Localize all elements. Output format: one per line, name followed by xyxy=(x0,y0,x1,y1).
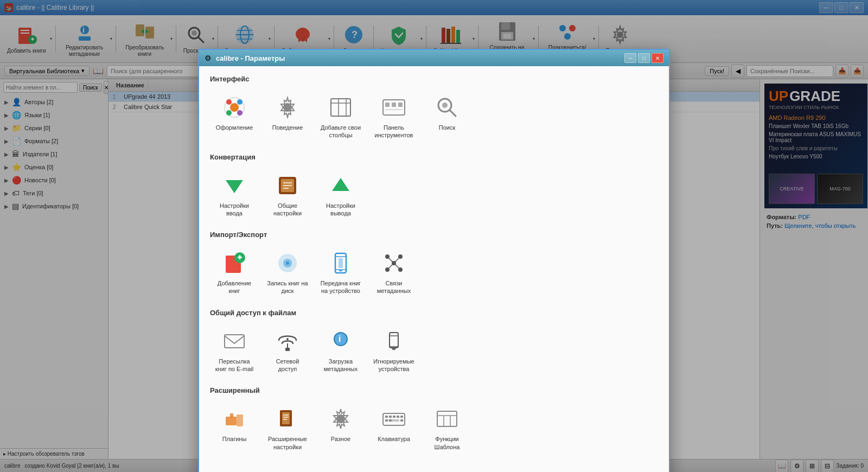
template-func-item[interactable]: Функции Шаблона xyxy=(423,401,471,456)
look-feel-label: Оформление xyxy=(216,124,253,131)
svg-line-82 xyxy=(394,263,400,270)
svg-rect-48 xyxy=(385,103,390,107)
send-device-item[interactable]: Передача книг на устройство xyxy=(316,245,365,300)
svg-rect-101 xyxy=(283,414,289,416)
svg-rect-43 xyxy=(331,99,350,116)
toolbar-item[interactable]: Панель инструментов xyxy=(369,90,418,144)
svg-rect-50 xyxy=(398,103,403,107)
look-feel-item[interactable]: Оформление xyxy=(210,90,259,144)
template-func-icon xyxy=(434,406,460,432)
section-advanced-title: Расширенный xyxy=(210,386,658,394)
svg-rect-106 xyxy=(385,416,388,418)
svg-rect-95 xyxy=(226,417,237,425)
look-feel-icon xyxy=(221,94,247,120)
svg-point-86 xyxy=(286,338,289,340)
output-opts-item[interactable]: Настройки вывода xyxy=(316,168,365,222)
svg-point-54 xyxy=(442,103,448,108)
add-books-set-item[interactable]: Добавление книг xyxy=(210,245,259,300)
modal-title-left: ⚙ calibre - Параметры xyxy=(205,54,285,62)
svg-point-39 xyxy=(237,99,242,105)
svg-rect-97 xyxy=(237,414,243,419)
svg-rect-108 xyxy=(393,416,395,418)
svg-rect-103 xyxy=(283,419,287,420)
adv-settings-item[interactable]: Расширенные настройки xyxy=(263,401,312,456)
metadata-links-item[interactable]: Связи метаданных xyxy=(369,245,418,300)
fetch-meta-icon: i xyxy=(328,328,354,354)
svg-rect-47 xyxy=(383,100,405,115)
svg-line-53 xyxy=(450,110,456,116)
modal-overlay: ⚙ calibre - Параметры ─ □ ✕ Интерфейс xyxy=(0,0,868,472)
svg-rect-107 xyxy=(389,416,392,418)
common-opts-item[interactable]: Общие настройки xyxy=(263,168,312,222)
svg-marker-55 xyxy=(226,180,243,193)
svg-rect-96 xyxy=(230,413,233,418)
keyboard-item[interactable]: Клавиатура xyxy=(369,401,418,456)
fetch-meta-item[interactable]: i Загрузка метаданных xyxy=(316,323,365,378)
section-conversion-title: Конвертация xyxy=(210,153,658,161)
svg-rect-102 xyxy=(283,417,289,418)
adv-settings-icon xyxy=(275,406,301,432)
ignored-item[interactable]: Игнорируемые устройства xyxy=(369,323,418,378)
plugins-label: Плагины xyxy=(222,435,247,443)
behavior-item[interactable]: Поведение xyxy=(263,90,312,144)
metadata-links-icon xyxy=(381,250,407,276)
svg-rect-110 xyxy=(400,416,403,418)
svg-rect-114 xyxy=(400,419,403,422)
svg-rect-98 xyxy=(237,419,243,426)
svg-line-79 xyxy=(387,257,394,263)
columns-item[interactable]: Добавьте свои столбцы xyxy=(316,90,365,144)
svg-marker-61 xyxy=(332,178,349,191)
svg-rect-60 xyxy=(283,188,289,189)
modal-minimize-button[interactable]: ─ xyxy=(624,53,636,63)
conversion-grid: Настройки ввода Общие настройки xyxy=(210,168,658,222)
plugins-item[interactable]: Плагины xyxy=(210,401,259,456)
svg-rect-59 xyxy=(283,185,292,186)
svg-line-80 xyxy=(394,257,400,263)
common-opts-icon xyxy=(275,173,301,199)
add-books-set-icon xyxy=(221,250,247,276)
network-icon-img xyxy=(275,328,301,354)
misc-item[interactable]: Разное xyxy=(316,401,365,456)
svg-rect-109 xyxy=(397,416,399,418)
fetch-meta-label: Загрузка метаданных xyxy=(319,358,362,373)
misc-label: Разное xyxy=(331,435,350,443)
output-opts-icon xyxy=(328,173,354,199)
modal-title-bar: ⚙ calibre - Параметры ─ □ ✕ xyxy=(199,50,669,66)
common-opts-label: Общие настройки xyxy=(266,202,309,218)
email-label-s: Пересылка книг по E-mail xyxy=(213,358,256,373)
svg-line-81 xyxy=(387,263,394,270)
modal-close-button[interactable]: ✕ xyxy=(652,53,663,63)
modal-maximize-button[interactable]: □ xyxy=(638,53,650,63)
send-device-label: Передача книг на устройство xyxy=(319,279,362,295)
behavior-label: Поведение xyxy=(272,124,303,131)
save-to-disk-icon xyxy=(275,250,301,276)
svg-rect-90 xyxy=(390,333,398,348)
network-item[interactable]: Сетевой доступ xyxy=(263,323,312,378)
misc-icon xyxy=(328,406,354,432)
modal-body: Интерфейс Оформление xyxy=(199,66,669,472)
modal-app-icon: ⚙ xyxy=(205,54,212,62)
search-item[interactable]: Поиск xyxy=(423,90,471,144)
preferences-modal: ⚙ calibre - Параметры ─ □ ✕ Интерфейс xyxy=(198,49,670,472)
behavior-icon xyxy=(275,94,301,120)
email-item[interactable]: Пересылка книг по E-mail xyxy=(210,323,259,378)
svg-rect-83 xyxy=(225,335,244,348)
search-label-s: Поиск xyxy=(439,124,455,131)
svg-rect-100 xyxy=(282,412,290,424)
input-opts-icon xyxy=(221,173,247,199)
importexport-grid: Добавление книг Запись книг на диск xyxy=(210,245,658,300)
advanced-grid: Плагины Расширенные настройки xyxy=(210,401,658,456)
columns-icon xyxy=(328,94,354,120)
section-interface-title: Интерфейс xyxy=(210,75,658,83)
interface-grid: Оформление Поведение xyxy=(210,90,658,144)
input-opts-item[interactable]: Настройки ввода xyxy=(210,168,259,222)
template-func-label: Функции Шаблона xyxy=(425,435,469,451)
output-opts-label: Настройки вывода xyxy=(319,202,362,218)
save-to-disk-item[interactable]: Запись книг на диск xyxy=(263,245,312,300)
input-opts-label: Настройки ввода xyxy=(213,202,256,218)
columns-label: Добавьте свои столбцы xyxy=(319,124,362,139)
adv-settings-label: Расширенные настройки xyxy=(266,435,309,451)
svg-rect-58 xyxy=(283,182,292,183)
search-icon-img xyxy=(434,94,460,120)
svg-rect-111 xyxy=(385,419,388,422)
